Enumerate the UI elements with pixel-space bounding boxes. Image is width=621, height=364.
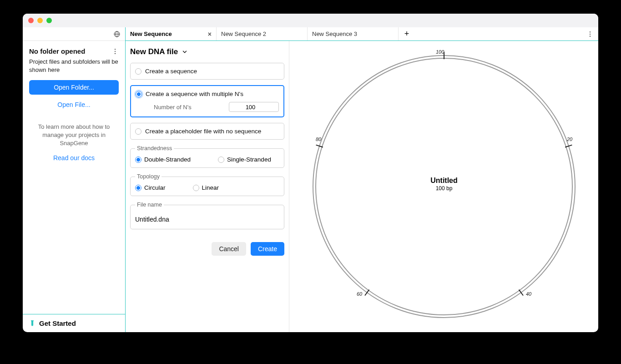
tab-menu-button[interactable] <box>582 27 598 40</box>
tab-new-sequence[interactable]: New Sequence × <box>126 27 217 40</box>
svg-point-8 <box>590 35 591 36</box>
window-minimize-button[interactable] <box>37 18 43 23</box>
radio-double-stranded[interactable]: Double-Stranded <box>135 156 191 163</box>
plasmid-title: Untitled <box>430 177 458 184</box>
topology-legend: Topology <box>135 173 162 180</box>
window-maximize-button[interactable] <box>46 18 52 23</box>
form-panel: New DNA file Create a sequence <box>126 41 289 332</box>
window-close-button[interactable] <box>28 18 34 23</box>
tab-new-sequence-2[interactable]: New Sequence 2 <box>217 27 308 40</box>
tick-label: 40 <box>526 291 532 297</box>
svg-point-4 <box>115 51 116 51</box>
radio-icon <box>136 91 142 97</box>
get-started-label: Get Started <box>39 319 76 327</box>
file-name-legend: File name <box>135 202 164 208</box>
radio-icon <box>193 185 199 191</box>
more-vertical-icon[interactable] <box>111 48 119 55</box>
page-title-text: New DNA file <box>130 47 178 56</box>
app-window: No folder opened Project files and subfo… <box>23 14 598 332</box>
sidebar-description: Project files and subfolders will be sho… <box>29 58 119 74</box>
option-create-placeholder[interactable]: Create a placeholder file with no sequen… <box>130 123 284 140</box>
tube-icon <box>29 319 35 328</box>
svg-line-13 <box>519 290 523 296</box>
cancel-button[interactable]: Cancel <box>212 242 246 256</box>
main-area: New Sequence × New Sequence 2 New Sequen… <box>126 27 598 332</box>
globe-icon[interactable] <box>113 30 121 38</box>
tab-bar: New Sequence × New Sequence 2 New Sequen… <box>126 27 598 41</box>
radio-linear[interactable]: Linear <box>193 184 219 191</box>
svg-point-7 <box>590 33 591 34</box>
open-folder-button[interactable]: Open Folder... <box>29 80 119 95</box>
close-icon[interactable]: × <box>208 30 212 38</box>
option-label: Create a sequence with multiple N's <box>146 91 279 97</box>
option-label: Create a placeholder file with no sequen… <box>145 128 279 135</box>
radio-circular[interactable]: Circular <box>135 184 166 191</box>
radio-icon <box>218 157 224 163</box>
add-tab-button[interactable]: + <box>399 27 415 40</box>
file-name-group: File name <box>130 202 284 229</box>
sidebar-footer[interactable]: Get Started <box>23 314 125 332</box>
strandedness-group: Strandedness Double-Stranded Single-Stra… <box>130 145 284 168</box>
strandedness-legend: Strandedness <box>135 145 174 152</box>
topology-group: Topology Circular Linear <box>130 173 284 196</box>
radio-icon <box>135 68 141 75</box>
sidebar-top-bar <box>23 27 125 41</box>
radio-label: Double-Stranded <box>144 156 191 163</box>
sidebar-help-text: To learn more about how to manage your p… <box>29 123 119 148</box>
chevron-down-icon <box>182 49 188 55</box>
radio-single-stranded[interactable]: Single-Stranded <box>218 156 271 163</box>
tab-new-sequence-3[interactable]: New Sequence 3 <box>308 27 399 40</box>
n-count-label: Number of N's <box>154 104 224 111</box>
radio-icon <box>135 157 141 163</box>
option-label: Create a sequence <box>145 68 279 75</box>
option-create-sequence[interactable]: Create a sequence <box>130 63 284 80</box>
file-name-input[interactable] <box>135 214 279 224</box>
open-file-link[interactable]: Open File... <box>29 101 119 108</box>
svg-point-6 <box>590 31 591 32</box>
tick-label: 100 <box>436 49 444 55</box>
sidebar: No folder opened Project files and subfo… <box>23 27 126 332</box>
tab-label: New Sequence 2 <box>221 30 266 37</box>
radio-icon <box>135 128 141 135</box>
tab-label: New Sequence <box>130 30 172 37</box>
plasmid-view: Untitled 100 bp 100 20 40 60 80 <box>289 41 598 332</box>
svg-line-14 <box>365 290 369 296</box>
radio-label: Circular <box>144 184 166 191</box>
read-docs-link[interactable]: Read our docs <box>29 154 119 162</box>
tick-label: 20 <box>566 136 573 142</box>
plasmid-svg: Untitled 100 bp 100 20 40 60 80 <box>303 46 585 328</box>
plasmid-subtitle: 100 bp <box>435 185 452 192</box>
radio-icon <box>135 185 141 191</box>
titlebar <box>23 14 598 27</box>
sidebar-title: No folder opened <box>29 47 85 55</box>
create-button[interactable]: Create <box>251 242 284 256</box>
tick-label: 80 <box>316 136 322 142</box>
radio-label: Single-Stranded <box>227 156 271 163</box>
option-create-with-n[interactable]: Create a sequence with multiple N's Numb… <box>130 85 284 117</box>
svg-point-3 <box>115 49 116 50</box>
svg-point-5 <box>115 53 116 54</box>
radio-label: Linear <box>202 184 219 191</box>
n-count-input[interactable] <box>229 102 279 112</box>
tick-label: 60 <box>357 291 363 297</box>
tab-label: New Sequence 3 <box>312 30 357 37</box>
page-title[interactable]: New DNA file <box>130 47 284 56</box>
more-vertical-icon <box>586 30 594 38</box>
